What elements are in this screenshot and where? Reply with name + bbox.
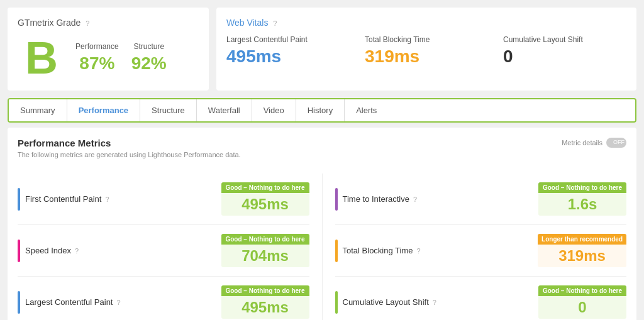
grade-help-icon[interactable]: ? — [86, 19, 89, 27]
metric-value: 0 — [538, 296, 626, 319]
metric-name: Total Blocking Time ? — [343, 246, 421, 255]
metric-row: Speed Index ? Good – Nothing to do here … — [18, 225, 309, 277]
section-subtitle: The following metrics are generated usin… — [18, 151, 241, 158]
lcp-value: 495ms — [226, 47, 350, 67]
metric-details-label: Metric details — [562, 139, 602, 146]
structure-label: Structure — [131, 42, 167, 51]
metric-status-label: Good – Nothing to do here — [538, 182, 626, 193]
metric-value-box: Good – Nothing to do here 704ms — [221, 234, 309, 267]
metric-value-box: Good – Nothing to do here 1.6s — [538, 182, 626, 216]
section-title: Performance Metrics — [18, 138, 241, 148]
metric-status-label: Good – Nothing to do here — [221, 285, 309, 296]
metric-row: Time to Interactive ? Good – Nothing to … — [335, 174, 627, 225]
metric-status-label: Good – Nothing to do here — [221, 234, 309, 245]
tab-video[interactable]: Video — [252, 99, 296, 121]
metric-left-group: Largest Contentful Paint ? — [18, 291, 121, 314]
grade-section-title: GTmetrix Grade ? — [18, 18, 167, 28]
structure-value: 92% — [131, 53, 167, 74]
grade-letter: B — [18, 35, 65, 80]
metric-help-icon[interactable]: ? — [105, 196, 109, 203]
metric-value-box: Longer than recommended 319ms — [538, 234, 626, 267]
metric-toggle: Metric details — [562, 138, 626, 148]
metrics-grid: First Contentful Paint ? Good – Nothing … — [18, 174, 626, 320]
metric-value-box: Good – Nothing to do here 495ms — [221, 182, 309, 216]
metric-left-group: Time to Interactive ? — [335, 188, 418, 211]
cls-label: Cumulative Layout Shift — [503, 35, 626, 44]
tab-structure[interactable]: Structure — [140, 99, 197, 121]
metric-value: 704ms — [221, 245, 309, 267]
performance-value: 87% — [75, 53, 119, 74]
metric-help-icon[interactable]: ? — [417, 247, 421, 255]
metric-row: Total Blocking Time ? Longer than recomm… — [335, 225, 627, 277]
metric-value-box: Good – Nothing to do here 495ms — [221, 285, 309, 319]
tabs-container: SummaryPerformanceStructureWaterfallVide… — [8, 98, 636, 123]
metric-name: Cumulative Layout Shift ? — [343, 297, 436, 307]
metric-left-group: Total Blocking Time ? — [335, 240, 421, 262]
metric-bar — [335, 240, 338, 262]
metric-bar — [335, 291, 338, 314]
metric-status-label: Good – Nothing to do here — [538, 285, 626, 296]
performance-content: Performance Metrics The following metric… — [8, 128, 636, 320]
tbt-value: 319ms — [365, 47, 488, 67]
metric-name: Time to Interactive ? — [343, 194, 418, 204]
metric-left-group: Speed Index ? — [18, 240, 79, 262]
metric-help-icon[interactable]: ? — [116, 299, 120, 306]
vitals-help-icon[interactable]: ? — [273, 19, 277, 27]
metric-bar — [18, 291, 20, 314]
tab-history[interactable]: History — [296, 99, 345, 121]
lcp-label: Largest Contentful Paint — [226, 35, 350, 44]
metric-bar — [18, 240, 20, 262]
metric-name: Largest Contentful Paint ? — [25, 297, 121, 307]
metric-value: 495ms — [221, 296, 309, 319]
metric-bar — [18, 188, 20, 211]
tab-performance[interactable]: Performance — [67, 99, 140, 121]
metric-value: 1.6s — [538, 193, 626, 216]
vitals-section-title: Web Vitals ? — [226, 18, 626, 28]
metric-name: First Contentful Paint ? — [25, 194, 109, 204]
toggle-switch[interactable] — [606, 138, 626, 148]
tab-waterfall[interactable]: Waterfall — [197, 99, 252, 121]
metric-value: 495ms — [221, 193, 309, 216]
cls-value: 0 — [503, 47, 626, 67]
metric-help-icon[interactable]: ? — [413, 196, 417, 203]
left-metrics-col: First Contentful Paint ? Good – Nothing … — [18, 174, 309, 320]
metric-status-label: Longer than recommended — [538, 234, 626, 245]
metric-row: Cumulative Layout Shift ? Good – Nothing… — [335, 277, 627, 320]
metric-row: First Contentful Paint ? Good – Nothing … — [18, 174, 309, 225]
tabs-nav: SummaryPerformanceStructureWaterfallVide… — [8, 98, 636, 123]
metric-left-group: First Contentful Paint ? — [18, 188, 109, 211]
metric-help-icon[interactable]: ? — [75, 247, 79, 255]
tab-summary[interactable]: Summary — [9, 99, 67, 121]
metric-row: Largest Contentful Paint ? Good – Nothin… — [18, 277, 309, 320]
metric-status-label: Good – Nothing to do here — [221, 182, 309, 193]
tab-alerts[interactable]: Alerts — [345, 99, 388, 121]
metric-help-icon[interactable]: ? — [433, 299, 436, 306]
performance-label: Performance — [75, 42, 119, 51]
metric-value: 319ms — [538, 245, 626, 267]
metric-name: Speed Index ? — [25, 246, 79, 255]
right-metrics-col: Time to Interactive ? Good – Nothing to … — [322, 174, 627, 320]
metric-bar — [335, 188, 338, 211]
metric-left-group: Cumulative Layout Shift ? — [335, 291, 436, 314]
tbt-label: Total Blocking Time — [365, 35, 488, 44]
metric-value-box: Good – Nothing to do here 0 — [538, 285, 626, 319]
